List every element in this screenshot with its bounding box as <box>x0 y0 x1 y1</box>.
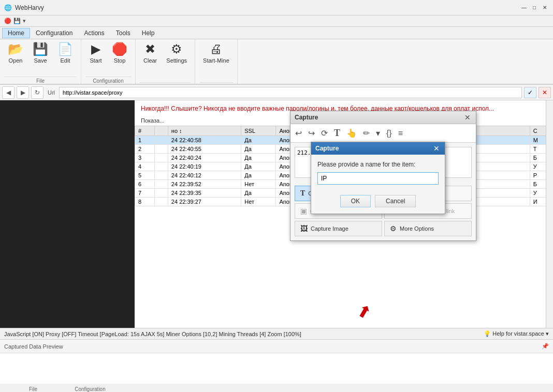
name-input[interactable] <box>317 172 439 185</box>
ribbon-open-button[interactable]: 📂 Open <box>4 39 27 66</box>
minimize-button[interactable]: — <box>520 4 528 12</box>
cell-empty <box>155 188 168 197</box>
ok-button[interactable]: OK <box>340 195 371 207</box>
refresh-button[interactable]: ↻ <box>31 86 43 99</box>
open-label: Open <box>9 57 23 64</box>
capture-title-bar: Capture ✕ <box>290 111 476 124</box>
menu-actions[interactable]: Actions <box>78 28 110 38</box>
edit-label: Edit <box>61 57 70 64</box>
ribbon-start-button[interactable]: ▶ Start <box>85 39 106 66</box>
status-bar: JavaScript [ON] Proxy [OFF] Timeout [Pag… <box>0 328 553 339</box>
forward-button[interactable]: ▶ <box>17 86 29 99</box>
ribbon-group-mine: 🖨 Start-Mine <box>195 39 238 84</box>
address-bar: ◀ ▶ ↻ Url ✓ ✕ <box>0 85 553 100</box>
capture-tool-hand[interactable]: 👆 <box>345 127 358 140</box>
start-label: Start <box>90 57 101 64</box>
cancel-button[interactable]: Cancel <box>375 195 416 207</box>
pin-icon[interactable]: 📌 <box>542 343 549 350</box>
menu-tools[interactable]: Tools <box>110 28 136 38</box>
cell-ssl: Нет <box>241 197 276 206</box>
clear-label: Clear <box>143 57 157 64</box>
preview-label: Captured Data Preview <box>4 343 63 350</box>
ribbon-startmine-button[interactable]: 🖨 Start-Mine <box>199 39 233 66</box>
ribbon-stop-button[interactable]: 🛑 Stop <box>108 39 131 66</box>
cell-empty <box>155 197 168 206</box>
file-group-label: File <box>4 77 77 84</box>
cell-num: 3 <box>135 153 155 162</box>
title-bar: 🌐 WebHarvy — □ ✕ <box>0 0 553 16</box>
close-button[interactable]: ✕ <box>541 4 549 12</box>
capture-tool-list[interactable]: ≡ <box>397 127 404 140</box>
qa-dropdown[interactable]: ▾ <box>23 18 26 24</box>
main-area: Никогда!!! Слышите? Никогда не вводите в… <box>0 100 553 328</box>
menu-help[interactable]: Help <box>136 28 161 38</box>
col-empty <box>155 126 168 135</box>
stop-icon: 🛑 <box>112 42 127 56</box>
capture-tool-refresh[interactable]: ⟳ <box>319 127 329 140</box>
ribbon-save-button[interactable]: 💾 Save <box>29 39 52 66</box>
cell-num: 8 <box>135 197 155 206</box>
capture-tool-undo[interactable]: ↩ <box>294 127 303 140</box>
save-label: Save <box>34 57 47 64</box>
ribbon-file-buttons: 📂 Open 💾 Save 📄 Edit <box>4 39 77 74</box>
more-options-label: More Options <box>400 225 434 232</box>
stop-nav-button[interactable]: ✕ <box>539 87 551 98</box>
cell-ssl: Да <box>241 171 276 179</box>
preview-content <box>0 353 553 384</box>
url-label: Url <box>46 89 57 96</box>
settings-label: Settings <box>166 57 187 64</box>
ribbon-edit-button[interactable]: 📄 Edit <box>54 39 77 66</box>
capture-tool-draw[interactable]: ✏ <box>361 127 371 140</box>
help-link[interactable]: 💡 Help for vistar.space ▾ <box>484 330 549 337</box>
name-dialog-title: Capture <box>315 145 339 152</box>
capture-title: Capture <box>295 114 318 121</box>
app-icon: 🌐 <box>4 4 12 11</box>
capture-tool-code[interactable]: {} <box>385 127 394 140</box>
cell-num: 1 <box>135 135 155 144</box>
ribbon-settings-button[interactable]: ⚙ Settings <box>163 39 191 66</box>
scroll-indicator[interactable] <box>546 100 553 328</box>
capture-image-button[interactable]: 🖼 Capture Image <box>295 221 382 236</box>
cell-time: 24 22:40:19 <box>168 162 241 171</box>
cell-time: 24 22:39:27 <box>168 197 241 206</box>
title-bar-controls: — □ ✕ <box>520 4 549 12</box>
more-options-icon: ⚙ <box>390 224 397 233</box>
edit-icon: 📄 <box>57 42 73 56</box>
qa-icon-red[interactable]: 🔴 <box>4 18 11 24</box>
back-button[interactable]: ◀ <box>2 86 14 99</box>
ribbon-group-startstop: ▶ Start 🛑 Stop Configuration <box>81 39 136 84</box>
cell-ssl: Да <box>241 162 276 171</box>
cell-num: 2 <box>135 144 155 153</box>
cell-empty <box>155 171 168 179</box>
go-button[interactable]: ✓ <box>524 87 536 98</box>
ribbon-mine-buttons: 🖨 Start-Mine <box>199 39 233 80</box>
col-num: # <box>135 126 155 135</box>
maximize-button[interactable]: □ <box>530 4 539 12</box>
capture-close-button[interactable]: ✕ <box>463 113 472 122</box>
settings-icon: ⚙ <box>171 42 182 56</box>
ribbon: 📂 Open 💾 Save 📄 Edit File ▶ Start <box>0 39 553 85</box>
startmine-icon: 🖨 <box>210 42 222 56</box>
config-label-bottom: Configuration <box>64 386 116 392</box>
cell-empty <box>155 135 168 144</box>
name-dialog: Capture ✕ Please provide a name for the … <box>311 142 445 214</box>
qa-icon-save[interactable]: 💾 <box>13 18 21 24</box>
cell-ssl: Да <box>241 135 276 144</box>
url-input[interactable] <box>59 87 522 98</box>
ribbon-group-file: 📂 Open 💾 Save 📄 Edit File <box>0 39 81 84</box>
capture-tool-redo[interactable]: ↪ <box>307 127 316 140</box>
name-dialog-close-button[interactable]: ✕ <box>432 144 441 153</box>
cell-time: 24 22:40:12 <box>168 171 241 179</box>
cell-num: 7 <box>135 188 155 197</box>
ribbon-clear-button[interactable]: ✖ Clear <box>140 39 161 66</box>
capture-target-icon: ▣ <box>300 207 307 215</box>
capture-tool-text[interactable]: T <box>332 126 342 140</box>
cell-ssl: Да <box>241 153 276 162</box>
start-icon: ▶ <box>91 42 100 56</box>
more-options-button[interactable]: ⚙ More Options <box>384 221 472 236</box>
capture-tool-dropdown[interactable]: ▾ <box>374 127 382 140</box>
menu-home[interactable]: Home <box>2 28 30 38</box>
startstop-group-label: Configuration <box>85 77 131 84</box>
menu-configuration[interactable]: Configuration <box>30 28 78 38</box>
col-time: но ↕ <box>168 126 241 135</box>
